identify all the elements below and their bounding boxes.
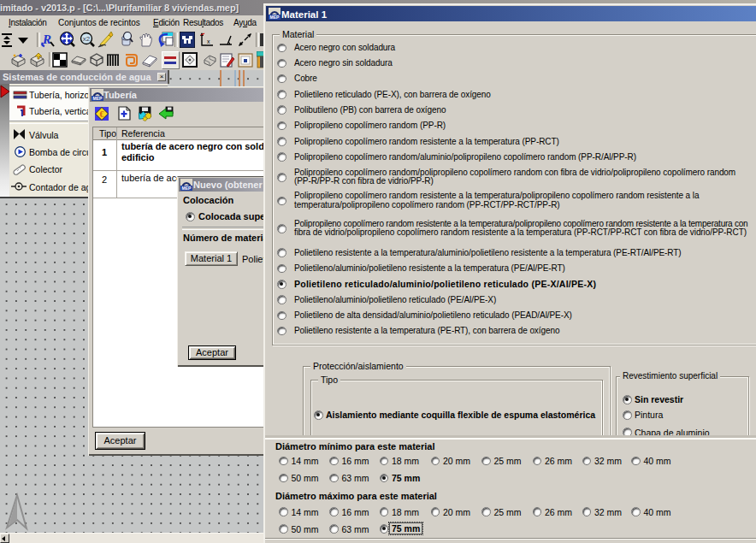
- svg-text:MEP: MEP: [182, 186, 192, 191]
- svg-text:x: x: [207, 38, 210, 44]
- svg-text:MEP: MEP: [93, 96, 103, 101]
- svg-text:MEP: MEP: [270, 15, 281, 20]
- svg-text:R: R: [42, 32, 51, 46]
- svg-text:€: €: [100, 109, 104, 119]
- svg-text:x2: x2: [83, 35, 91, 43]
